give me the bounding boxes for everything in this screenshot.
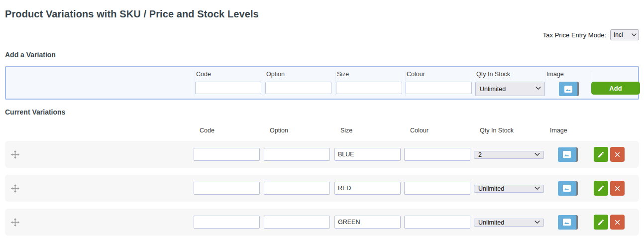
qty-select[interactable]: Unlimited	[474, 219, 544, 227]
tax-mode-select[interactable]: Incl	[610, 29, 639, 40]
drag-handle[interactable]	[11, 218, 19, 227]
add-variation-input-row: Unlimited Add	[6, 82, 638, 95]
drag-handle[interactable]	[11, 184, 19, 193]
move-icon	[11, 218, 19, 227]
image-icon	[564, 85, 573, 93]
edit-button[interactable]	[594, 181, 608, 196]
column-header-size: Size	[335, 71, 405, 82]
add-variation-header-row: Code Option Size Colour Qty In Stock Ima…	[6, 71, 638, 82]
product-variations-page: Product Variations with SKU / Price and …	[0, 8, 644, 236]
column-header-code: Code	[194, 127, 264, 134]
tax-mode-label: Tax Price Entry Mode:	[543, 31, 606, 39]
delete-button[interactable]	[610, 181, 625, 196]
pencil-icon	[597, 185, 605, 192]
column-header-qty: Qty In Stock	[474, 127, 544, 134]
column-header-option: Option	[264, 127, 334, 134]
current-variations-heading: Current Variations	[5, 108, 639, 116]
column-header-size: Size	[334, 127, 404, 134]
colour-input[interactable]	[404, 148, 470, 161]
drag-handle[interactable]	[11, 150, 19, 159]
image-icon	[562, 218, 571, 226]
column-header-colour: Colour	[404, 127, 474, 134]
size-input[interactable]	[334, 148, 401, 161]
column-header-colour: Colour	[405, 71, 475, 82]
option-input[interactable]	[264, 216, 330, 229]
move-icon	[11, 184, 19, 193]
edit-button[interactable]	[594, 215, 608, 230]
pencil-icon	[597, 219, 605, 226]
colour-input[interactable]	[404, 182, 470, 195]
add-colour-input[interactable]	[406, 82, 472, 94]
variation-row: Unlimited	[5, 175, 639, 202]
row-image-button[interactable]	[558, 181, 576, 196]
size-input[interactable]	[334, 216, 401, 229]
add-size-input[interactable]	[336, 82, 402, 94]
page-title: Product Variations with SKU / Price and …	[5, 8, 639, 20]
close-icon	[614, 151, 621, 158]
qty-select[interactable]: Unlimited	[474, 185, 544, 193]
image-icon	[562, 150, 571, 158]
size-input[interactable]	[334, 182, 401, 195]
column-header-qty: Qty In Stock	[475, 71, 545, 82]
tax-mode-row: Tax Price Entry Mode: Incl	[5, 29, 639, 41]
add-code-input[interactable]	[195, 82, 261, 94]
add-qty-select[interactable]: Unlimited	[475, 82, 545, 96]
add-variation-heading: Add a Variation	[5, 51, 639, 59]
delete-button[interactable]	[610, 147, 625, 162]
row-image-button[interactable]	[558, 147, 576, 162]
column-header-image: Image	[545, 71, 591, 82]
add-variation-box: Code Option Size Colour Qty In Stock Ima…	[5, 66, 639, 100]
column-header-option: Option	[265, 71, 335, 82]
close-icon	[614, 185, 621, 192]
add-option-input[interactable]	[265, 82, 331, 94]
colour-input[interactable]	[404, 216, 470, 229]
row-image-button[interactable]	[558, 215, 576, 230]
qty-select[interactable]: 2	[474, 151, 544, 159]
close-icon	[614, 219, 621, 226]
move-icon	[11, 150, 19, 159]
delete-button[interactable]	[610, 215, 625, 230]
variation-row: 2	[5, 141, 639, 168]
edit-button[interactable]	[594, 147, 608, 162]
option-input[interactable]	[264, 148, 330, 161]
column-header-code: Code	[195, 71, 265, 82]
code-input[interactable]	[194, 182, 260, 195]
column-header-image: Image	[544, 127, 590, 134]
pencil-icon	[597, 151, 605, 158]
add-image-button[interactable]	[559, 82, 577, 96]
current-variations-header-row: Code Option Size Colour Qty In Stock Ima…	[5, 127, 639, 134]
code-input[interactable]	[194, 216, 260, 229]
code-input[interactable]	[194, 148, 260, 161]
add-button[interactable]: Add	[591, 82, 640, 95]
option-input[interactable]	[264, 182, 330, 195]
variation-row: Unlimited	[5, 209, 639, 236]
image-icon	[562, 184, 571, 192]
